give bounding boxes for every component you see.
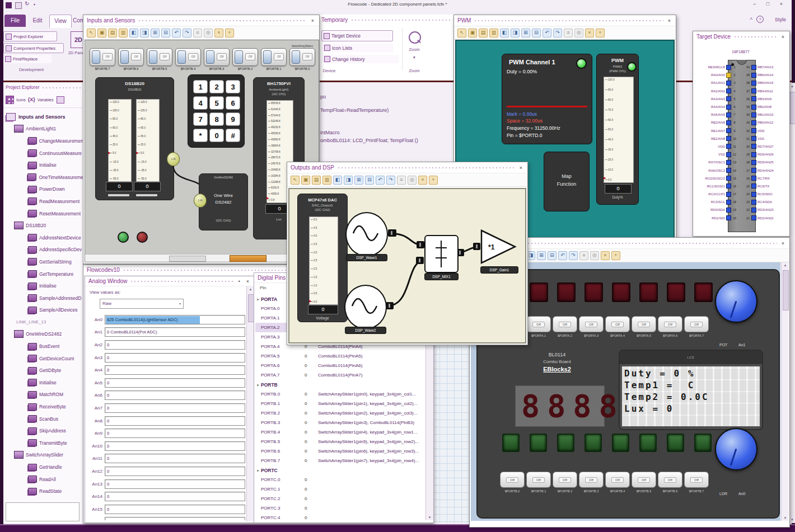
select-icon[interactable]: ↖ (291, 176, 300, 185)
change-history-toggle[interactable]: Change History (322, 55, 399, 63)
analog-value-field[interactable]: 0 (105, 492, 245, 501)
expand-arrow-icon[interactable]: ▸ (255, 383, 261, 387)
tree-item[interactable]: ReceiveByte (4, 401, 83, 413)
analog-value-field[interactable]: 0 (105, 467, 245, 476)
digital-pin-row[interactable]: PORTB.7 0 SwitchArraySlider1(pin7), keyp… (255, 456, 424, 465)
new-icon[interactable]: + (429, 176, 438, 185)
chip-pin-row[interactable]: RE0/AN6 8 (694, 119, 738, 126)
tab-view[interactable]: View (49, 15, 72, 28)
paste-icon[interactable]: ▥ (119, 29, 128, 37)
dsp-gain-block[interactable]: *1 (480, 229, 517, 265)
tree-item[interactable]: TransmitByte (4, 437, 83, 449)
analog-value-field[interactable]: 0 (105, 403, 245, 413)
analog-value-field[interactable]: 0 (105, 505, 245, 514)
chip-pin-row[interactable]: VDD 11 (694, 143, 738, 150)
board-scrollbar[interactable]: ▲ ▼ (781, 262, 789, 521)
tree-item[interactable]: SampleAddressedD (4, 292, 83, 304)
toggle-switch[interactable]: SwitchArraySlider1 Off $PORTB.0 (289, 45, 315, 70)
dsp-mix-block[interactable] (424, 235, 459, 273)
digital-pin-row[interactable]: PORTC.1 0 (255, 484, 424, 494)
analog-value-field[interactable]: 0 (105, 340, 245, 350)
flip-horizontal-icon[interactable]: ◧ (129, 29, 138, 37)
switch-slider[interactable] (92, 50, 100, 64)
ldr-knob[interactable] (715, 428, 757, 470)
chip-pin-row[interactable]: RC2/CCP1 17 (694, 190, 738, 198)
chip-pin-row[interactable]: 30 RD7/AN27 (745, 143, 788, 150)
ds18b20-panel[interactable]: DS18B20 DS18B20 125.0105.085.065.045.025… (95, 77, 174, 200)
variables-icon[interactable]: {X} (28, 97, 35, 102)
target-icon[interactable]: ◎ (574, 29, 583, 37)
macros-icon[interactable] (57, 96, 64, 103)
tree-item[interactable]: GetHandle (4, 461, 83, 473)
tree-item[interactable]: Initialise (4, 159, 83, 171)
add-component-icon[interactable]: ⊞ (354, 176, 363, 185)
switch-slider[interactable] (206, 50, 214, 64)
icon-lists-toggle[interactable]: Icon Lists (322, 44, 393, 52)
switch-slider[interactable] (177, 50, 186, 64)
close-icon[interactable] (780, 241, 786, 246)
analog-value-field[interactable]: 0 ComboBL0114(Pot ADC) (105, 327, 245, 337)
keypad-key[interactable]: 5 (209, 96, 224, 110)
tree-item[interactable]: ReadMeasurement (4, 195, 83, 208)
analog-value-field[interactable]: 0 (105, 416, 245, 426)
style-button[interactable]: Style (775, 17, 786, 22)
digital-pin-row[interactable]: ▸ PORTB (255, 380, 424, 389)
chip-pin-row[interactable]: RE1/AN7 9 (694, 127, 738, 135)
digital-pin-row[interactable]: PORTC.3 0 (255, 503, 424, 513)
find-replace-button[interactable]: Find/Replace (3, 55, 52, 63)
digital-pin-row[interactable]: PORTA.7 0 ComboBL0114(PinA7) (255, 370, 424, 380)
new-icon[interactable]: + (611, 251, 620, 260)
digital-pin-row[interactable]: PORTA.6 0 ComboBL0114(PinA6) (255, 361, 424, 370)
chip-pin-row[interactable]: RA4/AN4 6 (694, 103, 738, 111)
pwm-meter-block[interactable]: PWM PWM2 (PWM CH1) 100.090.080.070.060.0… (596, 54, 639, 205)
window-controls[interactable]: – □ × (753, 1, 787, 7)
pin-column-header[interactable]: Pin (260, 285, 266, 290)
multi-select-icon[interactable]: ▣ (301, 176, 310, 185)
close-icon[interactable] (780, 34, 786, 40)
tree-item[interactable]: GetDeviceCount (4, 352, 83, 365)
keypad-key[interactable]: 2 (209, 80, 224, 93)
flip-horizontal-icon[interactable]: ◧ (500, 29, 509, 37)
digital-pin-row[interactable]: PORTB.1 0 SwitchArraySlider1(pin1), keyp… (255, 399, 424, 408)
switch-slider[interactable] (149, 50, 157, 64)
tab-file[interactable]: File (4, 15, 26, 27)
tree-item[interactable]: BusEvent (4, 340, 83, 352)
tree-item[interactable]: DS18B20 (4, 219, 83, 232)
analog-value-field[interactable]: 0 (105, 353, 245, 362)
tree-item[interactable]: LINK_LINE_13 (4, 316, 83, 328)
close-icon[interactable] (518, 165, 524, 171)
copy-icon[interactable]: ▤ (312, 176, 321, 185)
analog-value-field[interactable]: 0 (105, 365, 245, 375)
pwm-channel1-block[interactable]: PWM Channel 1 Duty = 0.00% Mark = 0.00us… (502, 54, 592, 144)
digital-pin-row[interactable]: PORTB.4 0 SwitchArraySlider1(pin4), keyp… (255, 427, 424, 437)
board-switch[interactable]: Off $PORTB.4 (605, 472, 630, 493)
toggle-switch[interactable]: Off $PORTB.1 (261, 45, 287, 70)
zoom-button-label[interactable]: Zoom (402, 47, 427, 52)
keypad-key[interactable]: 7 (193, 112, 208, 126)
chip-pin-row[interactable]: RA2/AN2 4 (694, 87, 738, 95)
add-component-icon[interactable]: ⊞ (537, 251, 546, 260)
redo-icon[interactable]: ↷ (386, 176, 395, 185)
chip-pin-row[interactable]: RC3/SCL 18 (694, 198, 738, 206)
switch-slider[interactable] (263, 50, 272, 64)
digital-pin-row[interactable]: PORTB.0 0 SwitchArraySlider1(pin0), keyp… (255, 389, 424, 399)
tab-edit[interactable]: Edit (28, 15, 47, 27)
chip-pin-row[interactable]: RA7/OSC1 13 (694, 158, 738, 166)
keypad-key[interactable]: 1 (193, 80, 208, 93)
toggle-switch[interactable]: Off $PORTB.7 (90, 45, 115, 70)
flip-vertical-icon[interactable]: ◨ (140, 29, 149, 37)
analog-value-field[interactable]: 0 (105, 429, 245, 438)
toggle-switch[interactable]: Off $PORTB.3 (204, 45, 230, 70)
chip-pin-row[interactable]: RC1/SOSCI 16 (694, 182, 738, 190)
digital-pin-row[interactable]: PORTB.5 0 SwitchArraySlider1(pin5), keyp… (255, 437, 424, 446)
remove-component-icon[interactable]: ⊟ (532, 29, 541, 37)
analog-scrollbar[interactable]: ▲ (246, 286, 254, 521)
switch-slider[interactable] (120, 50, 129, 64)
properties-icon[interactable]: ≡ (193, 29, 202, 37)
inputs-horizontal-scrollbar[interactable] (85, 254, 319, 262)
tree-item[interactable]: Initialise (4, 280, 83, 292)
tree-item[interactable]: SkipAddress (4, 425, 83, 437)
keypad-key[interactable]: 6 (226, 96, 240, 110)
board-switch[interactable]: Off $PORTB.2 (553, 472, 577, 493)
switch-slider[interactable] (292, 50, 300, 64)
